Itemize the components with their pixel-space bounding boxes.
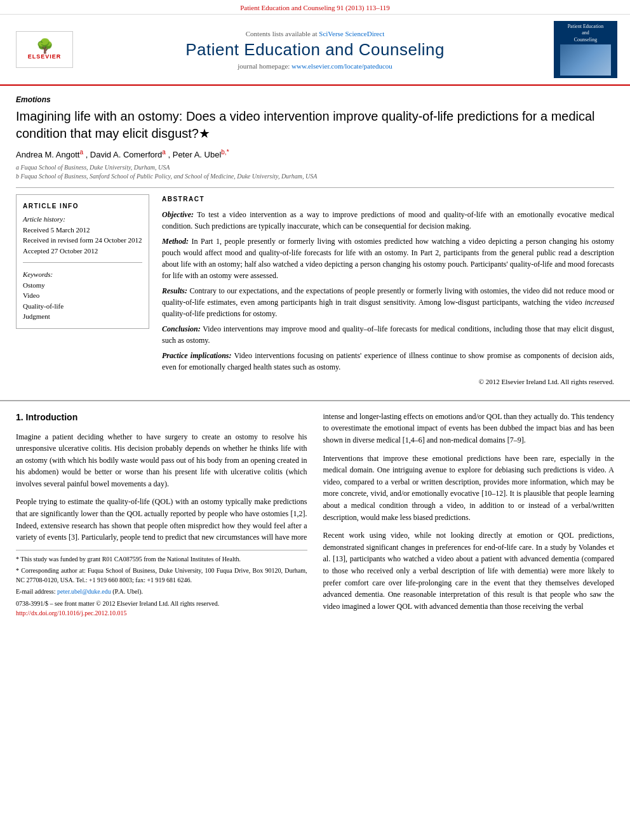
keyword-video: Video (23, 290, 142, 301)
intro-section-title: 1. Introduction (16, 411, 307, 425)
body-col-right: intense and longer-lasting effects on em… (323, 411, 615, 619)
results-italic: increased (585, 298, 614, 307)
main-content-area: 1. Introduction Imagine a patient decidi… (0, 400, 630, 629)
cover-photo (560, 44, 611, 76)
abstract-practice: Practice implications: Video interventio… (162, 350, 614, 373)
article-title: Imagining life with an ostomy: Does a vi… (16, 108, 614, 142)
results-text1: Contrary to our expectations, and the ex… (162, 286, 614, 307)
article-info-box: ARTICLE INFO Article history: Received 5… (16, 194, 149, 329)
results-text2: quality-of-life predictions for ostomy. (162, 309, 277, 318)
keywords-label: Keywords: (23, 269, 142, 280)
abstract-header: ABSTRACT (162, 194, 614, 204)
affil1: a Fuqua School of Business, Duke Univers… (16, 163, 614, 172)
author1-name: Andrea M. Angott (16, 150, 79, 159)
keyword-ostomy: Ostomy (23, 280, 142, 291)
objective-label: Objective: (162, 210, 194, 219)
revised-date: Received in revised form 24 October 2012 (23, 235, 142, 246)
bottom-links: 0738-3991/$ – see front matter © 2012 El… (16, 599, 307, 618)
conclusion-text: Video interventions may improve mood and… (162, 324, 614, 345)
email-address[interactable]: peter.ubel@duke.edu (57, 588, 111, 595)
article-category-tag: Emotions (16, 95, 614, 104)
accepted-date: Accepted 27 October 2012 (23, 246, 142, 257)
info-divider (23, 262, 142, 263)
authors-line: Andrea M. Angotta , David A. Comerforda … (16, 149, 614, 159)
email-person: (P.A. Ubel). (112, 588, 143, 595)
method-label: Method: (162, 237, 189, 246)
author2-sup: a (162, 149, 166, 156)
article-info-header: ARTICLE INFO (23, 201, 142, 211)
right-para3-text: Recent work using video, while not looki… (323, 531, 615, 611)
objective-text: To test a video intervention as a way to… (162, 210, 614, 230)
footnotes-block: * This study was funded by grant R01 CA0… (16, 550, 307, 618)
journal-homepage-link[interactable]: www.elsevier.com/locate/pateducou (292, 62, 392, 70)
abstract-col: ABSTRACT Objective: To test a video inte… (162, 194, 614, 387)
affiliations-block: a Fuqua School of Business, Duke Univers… (16, 163, 614, 181)
contents-text: Contents lists available at (246, 30, 318, 37)
journal-citation-text: Patient Education and Counseling 91 (201… (240, 4, 390, 11)
header-divider (16, 187, 614, 188)
intro-para1: Imagine a patient deciding whether to ha… (16, 431, 307, 490)
author1-sup: a (79, 149, 83, 156)
author3-name: , Peter A. Ubel (168, 150, 221, 159)
elsevier-brand-text: ELSEVIER (28, 53, 62, 60)
journal-citation-bar: Patient Education and Counseling 91 (201… (0, 0, 630, 15)
article-title-text: Imagining life with an ostomy: Does a vi… (16, 109, 595, 140)
sciverse-line: Contents lists available at SciVerse Sci… (83, 30, 547, 37)
journal-cover-image: Patient EducationandCounseling (554, 21, 617, 78)
doi-link[interactable]: http://dx.doi.org/10.1016/j.pec.2012.10.… (16, 608, 307, 618)
keywords-section: Keywords: Ostomy Video Quality-of-life J… (23, 269, 142, 322)
journal-title-main: Patient Education and Counseling (83, 40, 547, 60)
right-para1: intense and longer-lasting effects on em… (323, 411, 615, 446)
intro-para2: People trying to estimate the quality-of… (16, 496, 307, 543)
method-text: In Part 1, people presently or formerly … (162, 237, 614, 280)
intro-section-number: 1. (16, 412, 23, 422)
copyright-line: © 2012 Elsevier Ireland Ltd. All rights … (162, 377, 614, 387)
footnote-corresponding: * Corresponding author at: Fuqua School … (16, 566, 307, 585)
abstract-conclusion: Conclusion: Video interventions may impr… (162, 323, 614, 346)
main-two-col: 1. Introduction Imagine a patient decidi… (16, 411, 614, 619)
journal-header: 🌳 ELSEVIER Contents lists available at S… (0, 15, 630, 86)
abstract-section: ABSTRACT Objective: To test a video inte… (162, 194, 614, 387)
sciverse-link[interactable]: SciVerse ScienceDirect (319, 30, 384, 37)
article-info-col: ARTICLE INFO Article history: Received 5… (16, 194, 149, 387)
issn-line: 0738-3991/$ – see front matter © 2012 El… (16, 599, 307, 608)
abstract-objective: Objective: To test a video intervention … (162, 209, 614, 232)
keyword-judgment: Judgment (23, 311, 142, 322)
right-para2-text: Interventions that improve these emotion… (323, 454, 615, 522)
abstract-method: Method: In Part 1, people presently or f… (162, 236, 614, 281)
keyword-qol: Quality-of-life (23, 301, 142, 312)
journal-homepage-line: journal homepage: www.elsevier.com/locat… (83, 62, 547, 70)
article-header-section: Emotions Imagining life with an ostomy: … (0, 86, 630, 397)
conclusion-label: Conclusion: (162, 324, 201, 333)
right-para2: Interventions that improve these emotion… (323, 453, 615, 524)
author3-sup: b,* (221, 149, 229, 156)
received-date: Received 5 March 2012 (23, 225, 142, 236)
right-para3: Recent work using video, while not looki… (323, 530, 615, 612)
article-dates: Article history: Received 5 March 2012 R… (23, 214, 142, 256)
history-label: Article history: (23, 214, 142, 225)
cover-label-text: Patient EducationandCounseling (568, 23, 604, 43)
footnote-email: E-mail address: peter.ubel@duke.edu (P.A… (16, 587, 307, 596)
intro-section-label: Introduction (26, 412, 78, 422)
abstract-results: Results: Contrary to our expectations, a… (162, 285, 614, 319)
elsevier-logo-area: 🌳 ELSEVIER (13, 31, 76, 68)
elsevier-logo: 🌳 ELSEVIER (16, 31, 73, 68)
body-col-left: 1. Introduction Imagine a patient decidi… (16, 411, 307, 619)
affil2: b Fuqua School of Business, Sanford Scho… (16, 172, 614, 181)
elsevier-tree-icon: 🌳 (36, 39, 53, 53)
title-star: ★ (199, 126, 210, 140)
right-para1-text: intense and longer-lasting effects on em… (323, 412, 615, 444)
journal-title-area: Contents lists available at SciVerse Sci… (83, 30, 547, 70)
article-info-abstract-row: ARTICLE INFO Article history: Received 5… (16, 194, 614, 387)
email-label: E-mail address: (16, 588, 55, 595)
results-label: Results: (162, 286, 187, 295)
footnote-star: * This study was funded by grant R01 CA0… (16, 554, 307, 564)
intro-para2-text: People trying to estimate the quality-of… (16, 497, 307, 542)
homepage-label-text: journal homepage: (238, 62, 292, 70)
author2-name: , David A. Comerford (86, 150, 163, 159)
practice-label: Practice implications: (162, 351, 232, 360)
